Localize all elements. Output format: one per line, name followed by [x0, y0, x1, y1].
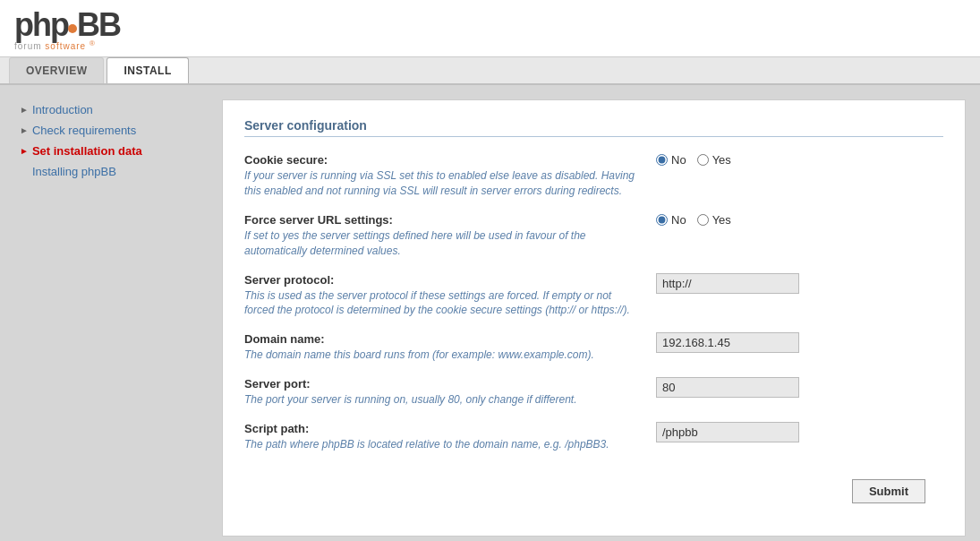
- input-server-port[interactable]: [656, 377, 799, 398]
- control-col-script-path: [656, 422, 943, 442]
- main-layout: ► Introduction ► Check requirements ► Se…: [0, 85, 980, 541]
- submit-row: Submit: [244, 479, 943, 503]
- label-desc-server-protocol: This is used as the server protocol if t…: [244, 288, 638, 319]
- radio-yes-force-server-url[interactable]: Yes: [697, 213, 731, 227]
- logo-tagline: forum software ®: [14, 39, 120, 51]
- form-row-server-protocol: Server protocol: This is used as the ser…: [244, 273, 943, 319]
- radio-input-no-force-server-url[interactable]: [656, 214, 668, 226]
- arrow-icon: ►: [20, 125, 29, 135]
- radio-no-label2: No: [671, 213, 686, 227]
- radio-group-cookie-secure: No Yes: [656, 153, 731, 167]
- label-col-force-server-url: Force server URL settings: If set to yes…: [244, 213, 656, 259]
- arrow-icon: ►: [20, 105, 29, 115]
- label-desc-server-port: The port your server is running on, usua…: [244, 392, 638, 408]
- tab-install[interactable]: INSTALL: [107, 57, 188, 83]
- radio-yes-label: Yes: [712, 153, 731, 167]
- tabs: OVERVIEW INSTALL: [0, 57, 980, 85]
- label-desc-script-path: The path where phpBB is located relative…: [244, 437, 638, 452]
- sidebar-item-introduction[interactable]: ► Introduction: [14, 99, 211, 120]
- logo-text: phpBB: [14, 9, 120, 41]
- input-server-protocol[interactable]: [656, 273, 799, 294]
- control-col-server-port: [656, 377, 943, 398]
- sidebar-link-introduction[interactable]: Introduction: [32, 103, 93, 116]
- section-title: Server configuration: [244, 118, 943, 137]
- input-script-path[interactable]: [656, 422, 799, 442]
- content-area: Server configuration Cookie secure: If y…: [222, 99, 966, 537]
- label-col-domain-name: Domain name: The domain name this board …: [244, 332, 656, 363]
- radio-yes-label2: Yes: [712, 213, 731, 227]
- tab-overview[interactable]: OVERVIEW: [9, 57, 104, 83]
- label-title-cookie-secure: Cookie secure:: [244, 153, 638, 167]
- radio-no-cookie-secure[interactable]: No: [656, 153, 686, 167]
- sidebar-link-installing-phpbb[interactable]: Installing phpBB: [32, 165, 116, 178]
- label-title-server-protocol: Server protocol:: [244, 273, 638, 287]
- logo-wrap: phpBB forum software ®: [14, 9, 120, 51]
- submit-button[interactable]: Submit: [852, 479, 925, 503]
- arrow-icon: ►: [20, 146, 29, 156]
- trademark: ®: [89, 39, 96, 47]
- control-col-server-protocol: [656, 273, 943, 294]
- sidebar-item-installing-phpbb[interactable]: ► Installing phpBB: [14, 161, 211, 182]
- form-row-cookie-secure: Cookie secure: If your server is running…: [244, 153, 943, 199]
- control-col-domain-name: [656, 332, 943, 353]
- form-row-domain-name: Domain name: The domain name this board …: [244, 332, 943, 363]
- label-desc-cookie-secure: If your server is running via SSL set th…: [244, 168, 638, 199]
- label-col-server-port: Server port: The port your server is run…: [244, 377, 656, 408]
- header: phpBB forum software ®: [0, 0, 980, 57]
- radio-input-yes-force-server-url[interactable]: [697, 214, 709, 226]
- sidebar-link-check-requirements[interactable]: Check requirements: [32, 124, 136, 137]
- radio-no-force-server-url[interactable]: No: [656, 213, 686, 227]
- sidebar-item-check-requirements[interactable]: ► Check requirements: [14, 120, 211, 141]
- input-domain-name[interactable]: [656, 332, 799, 353]
- logo-dot: [68, 24, 77, 33]
- label-desc-force-server-url: If set to yes the server settings define…: [244, 228, 638, 259]
- label-desc-domain-name: The domain name this board runs from (fo…: [244, 348, 638, 363]
- form-row-script-path: Script path: The path where phpBB is loc…: [244, 422, 943, 452]
- control-col-force-server-url: No Yes: [656, 213, 943, 227]
- radio-input-yes-cookie-secure[interactable]: [697, 154, 709, 166]
- label-col-server-protocol: Server protocol: This is used as the ser…: [244, 273, 656, 319]
- label-title-force-server-url: Force server URL settings:: [244, 213, 638, 227]
- label-title-script-path: Script path:: [244, 422, 638, 435]
- logo: phpBB forum software ®: [14, 9, 966, 51]
- form-row-force-server-url: Force server URL settings: If set to yes…: [244, 213, 943, 259]
- sidebar-item-set-installation-data[interactable]: ► Set installation data: [14, 141, 211, 161]
- radio-group-force-server-url: No Yes: [656, 213, 731, 227]
- form-row-server-port: Server port: The port your server is run…: [244, 377, 943, 408]
- radio-no-label: No: [671, 153, 686, 167]
- radio-yes-cookie-secure[interactable]: Yes: [697, 153, 731, 167]
- sidebar-label-set-installation-data: Set installation data: [32, 144, 142, 158]
- sidebar: ► Introduction ► Check requirements ► Se…: [14, 99, 211, 537]
- control-col-cookie-secure: No Yes: [656, 153, 943, 167]
- radio-input-no-cookie-secure[interactable]: [656, 154, 668, 166]
- label-col-script-path: Script path: The path where phpBB is loc…: [244, 422, 656, 452]
- label-title-server-port: Server port:: [244, 377, 638, 391]
- label-title-domain-name: Domain name:: [244, 332, 638, 346]
- label-col-cookie-secure: Cookie secure: If your server is running…: [244, 153, 656, 199]
